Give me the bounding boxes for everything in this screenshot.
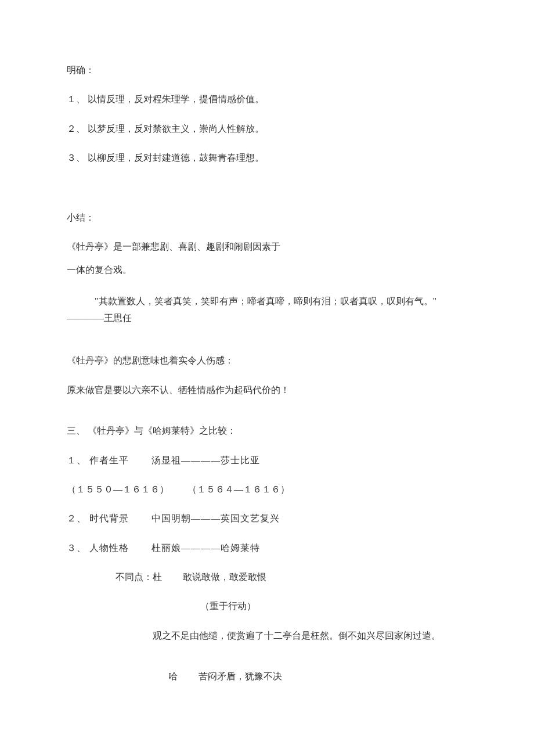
compare-heading: 三、 《牡丹亭》与《哈姆莱特》之比较：	[67, 424, 467, 437]
diff-ha: 哈 苦闷矛盾，犹豫不决	[67, 670, 467, 683]
heading-mingque: 明确：	[67, 64, 467, 77]
point-3: ３、 以柳反理，反对封建道德，鼓舞青春理想。	[67, 152, 467, 164]
summary-line-1: 《牡丹亭》是一部兼悲剧、喜剧、趣剧和闹剧因素于	[67, 240, 467, 253]
point-2: ２、 以梦反理，反对禁欲主义，崇尚人性解放。	[67, 123, 467, 135]
diff-du: 不同点：杜 敢说敢做，敢爱敢恨	[67, 571, 467, 584]
quote-block: "其款置数人，笑者真笑，笑即有声；啼者真啼，啼则有泪；叹者真叹，叹则有气。" —…	[67, 293, 467, 327]
compare-author: １、 作者生平 汤显祖————莎士比亚	[67, 454, 467, 467]
tragedy-content: 原来做官是要以六亲不认、牺牲情感作为起码代价的！	[67, 384, 467, 397]
compare-character: ３、 人物性格 杜丽娘————哈姆莱特	[67, 542, 467, 555]
compare-years: （１５５０—１６１６） （１５６４—１６１６）	[67, 483, 467, 496]
point-1: １、 以情反理，反对程朱理学，提倡情感价值。	[67, 93, 467, 106]
heading-summary: 小结：	[67, 211, 467, 224]
diff-du-note: （重于行动）	[67, 600, 467, 613]
compare-era: ２、 时代背景 中国明朝———英国文艺复兴	[67, 512, 467, 525]
tragedy-heading: 《牡丹亭》的悲剧意味也着实令人伤感：	[67, 354, 467, 367]
summary-line-2: 一体的复合戏。	[67, 264, 467, 276]
diff-du-quote: 观之不足由他缱，便赏遍了十二亭台是枉然。倒不如兴尽回家闲过遣。	[67, 629, 467, 642]
